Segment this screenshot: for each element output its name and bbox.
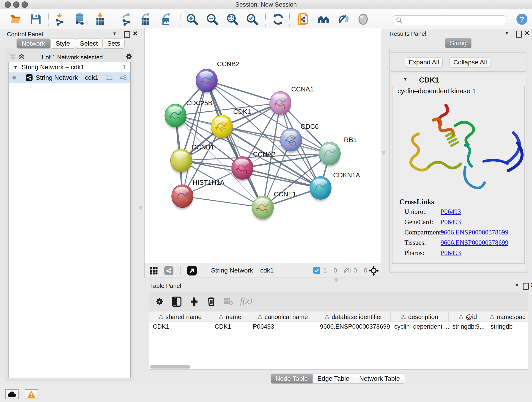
column-header[interactable]: name bbox=[211, 313, 249, 322]
string-network-view[interactable]: CCNB2CCNA1CDC25BCDK1CDC6RB1CCNB1CCNA2CDK… bbox=[145, 28, 381, 263]
tab-style[interactable]: Style bbox=[51, 38, 75, 49]
column-header[interactable]: description bbox=[391, 313, 449, 322]
network-edge[interactable] bbox=[207, 80, 263, 207]
horizontal-splitter-handle[interactable] bbox=[335, 278, 338, 282]
expand-all-button[interactable]: Expand All bbox=[405, 57, 443, 67]
collection-expand-icon[interactable]: ▾ bbox=[14, 64, 17, 70]
zoom-fit-icon[interactable] bbox=[225, 13, 240, 26]
main-toolbar: ? bbox=[0, 9, 532, 29]
svg-text:?: ? bbox=[520, 15, 525, 24]
fit-move-crosshair-icon[interactable] bbox=[368, 265, 379, 277]
column-header[interactable]: @id bbox=[449, 313, 487, 322]
table-panel-collapse-icon[interactable]: ▾ bbox=[515, 282, 518, 288]
search-field[interactable] bbox=[393, 15, 506, 25]
columns-icon[interactable] bbox=[172, 297, 181, 307]
string-document-icon[interactable] bbox=[296, 13, 311, 26]
import-database-icon[interactable] bbox=[72, 13, 87, 26]
table-panel-close-icon[interactable]: ✕ bbox=[530, 281, 532, 289]
gear-icon[interactable] bbox=[125, 52, 133, 62]
column-header[interactable]: database identifier bbox=[316, 313, 391, 322]
table-horizontal-scrollbar[interactable] bbox=[150, 365, 190, 369]
results-panel-title: Results Panel bbox=[389, 30, 426, 37]
search-input[interactable] bbox=[403, 17, 500, 24]
crosslink-label: Tissues: bbox=[404, 239, 426, 246]
gene-collapse-icon[interactable]: ▾ bbox=[404, 76, 407, 82]
vertical-splitter-handle-right[interactable] bbox=[382, 151, 385, 154]
expand-tree-icon[interactable] bbox=[9, 53, 16, 61]
control-panel-collapse-icon[interactable]: ▾ bbox=[113, 30, 116, 37]
column-header[interactable]: namespac bbox=[487, 313, 528, 322]
gene-description: cyclin–dependent kinase 1 bbox=[398, 87, 476, 95]
warning-button[interactable] bbox=[25, 389, 38, 399]
network-node-ccne1[interactable]: CCNE1 bbox=[252, 191, 296, 221]
results-panel-float-icon[interactable] bbox=[516, 31, 522, 38]
tab-select[interactable]: Select bbox=[75, 38, 103, 49]
tab-network[interactable]: Network bbox=[17, 38, 51, 49]
export-table-icon[interactable] bbox=[138, 13, 153, 26]
birds-eye-view-icon[interactable] bbox=[187, 266, 197, 276]
network-node-ccna1[interactable]: CCNA1 bbox=[270, 85, 314, 116]
control-panel-close-icon[interactable]: ✕ bbox=[133, 30, 138, 37]
column-header[interactable]: canonical name bbox=[249, 313, 316, 322]
network-collection-row[interactable]: ▾ String Network – cdk1 1 bbox=[9, 62, 130, 72]
show-panels-icon[interactable] bbox=[356, 13, 370, 26]
save-icon[interactable] bbox=[28, 13, 43, 26]
network-node-rb1[interactable]: RB1 bbox=[319, 136, 357, 167]
network-edge[interactable] bbox=[182, 196, 263, 207]
table-row[interactable]: CDK1 CDK1 P06493 9606.ENSP00000378699 cy… bbox=[149, 322, 528, 332]
table-gear-icon[interactable] bbox=[155, 297, 164, 307]
export-network-icon[interactable] bbox=[120, 13, 134, 26]
selected-checkbox-icon[interactable] bbox=[313, 267, 320, 275]
zoom-selected-icon[interactable] bbox=[245, 13, 259, 26]
node-table[interactable]: shared name name canonical name database… bbox=[149, 312, 528, 370]
grid-view-icon[interactable] bbox=[150, 267, 158, 276]
network-canvas[interactable]: CCNB2CCNA1CDC25BCDK1CDC6RB1CCNB1CCNA2CDK… bbox=[144, 28, 381, 263]
crosslink-label: Uniprot: bbox=[404, 208, 427, 216]
gene-details-box: cyclin–dependent kinase 1 CrossLinks Uni… bbox=[392, 86, 525, 264]
crosslink-compartments[interactable]: 9606.ENSP00000378699 bbox=[441, 229, 508, 236]
crosslink-genecard[interactable]: P06493 bbox=[441, 218, 461, 226]
warning-icon bbox=[27, 390, 36, 398]
results-panel-close-icon[interactable]: ✕ bbox=[524, 29, 530, 37]
network-group-box: 1 of 1 Network selected ▾ String Network… bbox=[5, 49, 134, 380]
import-network-icon[interactable] bbox=[53, 13, 67, 26]
table-header-row: shared name name canonical name database… bbox=[149, 313, 528, 322]
tab-edge-table[interactable]: Edge Table bbox=[313, 374, 354, 384]
refresh-icon[interactable] bbox=[271, 13, 285, 26]
network-row[interactable]: String Network – cdk1 11 48 bbox=[9, 72, 130, 83]
delete-column-icon[interactable] bbox=[207, 297, 216, 307]
table-panel-float-icon[interactable] bbox=[523, 283, 529, 290]
crosslink-label: Compartments: bbox=[404, 229, 445, 236]
zoom-out-icon[interactable] bbox=[205, 13, 220, 26]
cloud-button[interactable] bbox=[5, 389, 19, 399]
hide-panels-icon[interactable] bbox=[336, 13, 351, 26]
export-image-icon[interactable] bbox=[159, 13, 174, 26]
collapse-tree-icon[interactable] bbox=[18, 53, 25, 61]
control-panel-float-icon[interactable] bbox=[124, 31, 130, 38]
network-edge[interactable] bbox=[207, 80, 280, 103]
add-column-icon[interactable] bbox=[190, 297, 199, 307]
crosslink-tissues[interactable]: 9606.ENSP00000378699 bbox=[441, 239, 508, 246]
toolbar-separator bbox=[48, 12, 49, 26]
help-icon[interactable]: ? bbox=[515, 13, 529, 26]
import-table-icon[interactable] bbox=[93, 13, 108, 26]
network-node-hist1h1a[interactable]: HIST1H1A bbox=[172, 179, 225, 210]
tab-network-table[interactable]: Network Table bbox=[354, 374, 405, 384]
houses-icon[interactable] bbox=[316, 13, 331, 26]
vertical-splitter-handle-left[interactable] bbox=[139, 206, 142, 210]
network-node-ccnb1[interactable]: CCNB1 bbox=[171, 143, 214, 174]
network-node-cdkn1a[interactable]: CDKN1A bbox=[310, 172, 360, 201]
network-selection-status: 1 of 1 Network selected bbox=[31, 54, 113, 61]
collapse-all-button[interactable]: Collapse All bbox=[450, 57, 491, 67]
tab-sets[interactable]: Sets bbox=[103, 38, 125, 49]
tab-node-table[interactable]: Node Table bbox=[271, 374, 313, 384]
open-folder-icon[interactable] bbox=[9, 13, 23, 26]
tab-string[interactable]: String bbox=[445, 38, 472, 48]
string-view-icon[interactable] bbox=[164, 266, 173, 276]
crosslink-pharos[interactable]: P06493 bbox=[441, 249, 461, 257]
zoom-in-icon[interactable] bbox=[185, 13, 199, 26]
crosslink-uniprot[interactable]: P06493 bbox=[441, 208, 461, 216]
results-panel-collapse-icon[interactable]: ▾ bbox=[505, 30, 508, 36]
node-label-cdkn1a: CDKN1A bbox=[333, 172, 360, 179]
column-header[interactable]: shared name bbox=[149, 313, 211, 322]
